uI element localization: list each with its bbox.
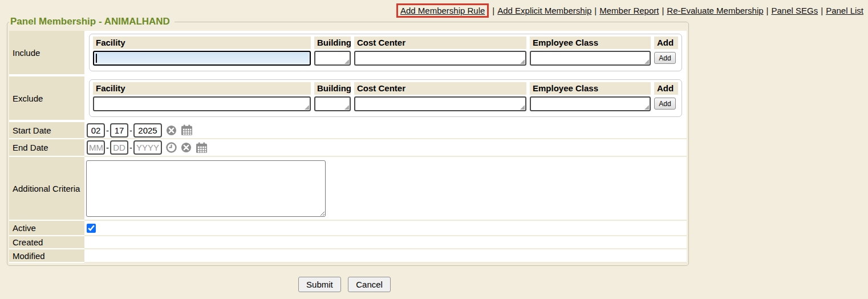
date-dash: - [129,143,132,152]
submit-button[interactable]: Submit [298,277,341,292]
membership-form: Include Facility Building [9,31,687,263]
additional-criteria-row: Additional Criteria [9,157,687,221]
exclude-content: Facility Building [84,76,687,122]
created-value [84,236,687,249]
created-label: Created [9,236,84,249]
nav-separator: | [594,6,597,15]
exclude-rule-panel: Facility Building [89,79,682,117]
include-building-header: Building [314,37,351,49]
panel-membership-fieldset: Panel Membership - ANIMALHAND Include Fa… [7,16,689,266]
include-facility-header: Facility [93,37,311,49]
modified-row: Modified [9,249,687,263]
nav-link-member-report[interactable]: Member Report [599,6,659,15]
end-date-clock-icon[interactable] [166,142,177,153]
created-row: Created [9,236,687,249]
nav-separator: | [662,6,664,15]
exclude-building-input[interactable] [314,96,351,111]
exclude-add-button[interactable]: Add [654,98,676,110]
nav-link-add-explicit-membership[interactable]: Add Explicit Membership [497,6,591,15]
exclude-cost-center-input[interactable] [354,96,526,111]
start-date-label: Start Date [9,122,84,139]
date-dash: - [106,143,109,152]
page-title: Panel Membership - ANIMALHAND [9,16,175,27]
start-date-calendar-icon[interactable] [181,124,193,136]
include-building-input[interactable] [314,51,351,66]
end-date-month-input[interactable] [87,140,105,155]
exclude-cost-center-header: Cost Center [354,82,526,95]
nav-link-re-evaluate-membership[interactable]: Re-Evaluate Membership [667,6,763,15]
additional-criteria-textarea[interactable] [86,160,326,217]
active-label: Active [9,221,84,236]
include-cost-center-input[interactable] [354,51,526,66]
include-facility-input[interactable] [93,51,311,66]
include-content: Facility Building [84,31,687,76]
include-row: Include Facility Building [9,31,687,76]
nav-separator: | [766,6,769,15]
end-date-label: End Date [9,139,84,157]
form-actions: Submit Cancel [7,277,682,292]
cancel-button[interactable]: Cancel [348,277,391,292]
exclude-employee-class-input[interactable] [530,96,651,111]
end-date-row: End Date - - [9,139,687,157]
include-rule-panel: Facility Building [89,34,682,71]
start-date-year-input[interactable] [133,123,162,138]
exclude-facility-header: Facility [93,82,311,95]
exclude-employee-class-header: Employee Class [530,82,651,95]
nav-link-panel-segs[interactable]: Panel SEGs [772,6,818,15]
include-cost-center-header: Cost Center [354,37,526,49]
date-dash: - [106,126,109,135]
text-caret [96,54,97,63]
end-date-year-input[interactable] [133,140,162,155]
nav-separator: | [821,6,823,15]
start-date-day-input[interactable] [110,123,128,138]
include-add-button[interactable]: Add [654,52,676,64]
additional-criteria-label: Additional Criteria [9,157,84,221]
exclude-facility-input[interactable] [93,96,311,111]
date-dash: - [129,126,132,135]
exclude-row: Exclude Facility Building [9,76,687,122]
end-date-calendar-icon[interactable] [196,142,208,153]
exclude-add-header: Add [654,82,678,95]
start-date-clear-icon[interactable] [166,125,177,136]
start-date-month-input[interactable] [87,123,105,138]
modified-value [84,249,687,263]
exclude-label: Exclude [9,76,84,122]
end-date-day-input[interactable] [110,140,128,155]
active-checkbox[interactable] [87,224,96,233]
include-add-header: Add [654,37,678,49]
nav-separator: | [492,6,494,15]
end-date-clear-icon[interactable] [181,142,192,153]
modified-label: Modified [9,249,84,263]
start-date-row: Start Date - - [9,122,687,139]
exclude-building-header: Building [314,82,351,95]
active-row: Active [9,221,687,236]
include-label: Include [9,31,84,76]
include-employee-class-header: Employee Class [530,37,651,49]
include-employee-class-input[interactable] [530,51,651,66]
nav-link-add-membership-rule[interactable]: Add Membership Rule [400,6,485,15]
nav-link-panel-list[interactable]: Panel List [826,6,863,15]
